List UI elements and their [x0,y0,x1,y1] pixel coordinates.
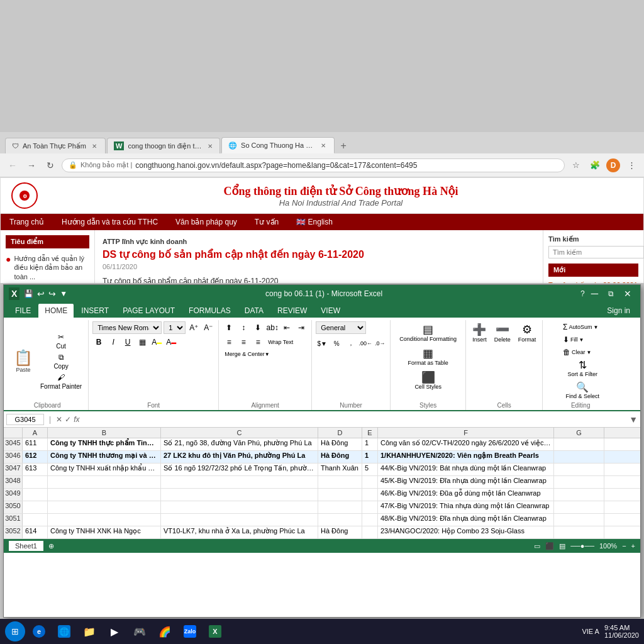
cell-b3046[interactable]: Công ty TNHH thương mại và đầu tư Khánh … [48,451,161,463]
align-middle-button[interactable]: ↕ [237,321,250,334]
profile-button[interactable]: D [606,158,620,172]
cell-f3045[interactable]: Công văn số 02/CV-TH/2020 ngày 26/6/2020… [378,438,554,450]
cell-b3045[interactable]: Công ty TNHH thực phẩm Tinh Hoa [48,438,161,450]
decrease-decimal-button[interactable]: .0→ [374,337,386,350]
number-format-select[interactable]: General [316,321,366,334]
format-as-table-button[interactable]: ▦ Format as Table [405,345,450,368]
cell-e3046[interactable]: 1 [362,451,378,463]
cut-button[interactable]: ✂ Cut [38,331,84,351]
extensions-button[interactable]: 🧩 [587,158,602,173]
back-button[interactable]: ← [5,158,20,173]
nav-huong-dan[interactable]: Hướng dẫn và tra cứu TTHC [53,214,167,230]
sidebar-item-1[interactable]: ● Hướng dẫn về quản lý điều kiện đảm bảo… [6,252,89,283]
cell-b3051[interactable] [48,514,161,526]
nav-tu-van[interactable]: Tư vấn [246,214,287,230]
menu-button[interactable]: ⋮ [624,158,639,173]
cell-c3045[interactable]: Số 21, ngõ 38, đường Văn Phú, phường Phú… [161,438,318,450]
cell-d3050[interactable] [318,501,362,513]
increase-decimal-button[interactable]: .00← [359,337,372,350]
format-painter-button[interactable]: 🖌 Format Painter [38,372,84,391]
font-name-select[interactable]: Times New Roma [92,321,162,334]
cell-f3052[interactable]: 23/HANGOC/2020: Hộp Combo 23 Soju-Glass [378,526,554,538]
taskbar-zalo[interactable]: Zalo [179,621,201,641]
format-button[interactable]: ⚙ Format [516,321,539,344]
nav-english[interactable]: 🇬🇧 English [287,214,341,230]
cell-c3049[interactable] [161,489,318,501]
find-select-button[interactable]: 🔍 Find & Select [563,380,602,401]
redo-button[interactable]: ↪ [48,289,56,299]
cell-g3046[interactable] [554,451,604,463]
col-header-e[interactable]: E [362,428,378,438]
cell-d3049[interactable] [318,489,362,501]
cell-g3047[interactable] [554,464,604,475]
bookmark-button[interactable]: ☆ [569,158,584,173]
cell-d3047[interactable]: Thanh Xuân [318,464,362,475]
cell-a3050[interactable] [23,501,48,513]
font-size-select[interactable]: 13 [164,321,186,334]
clear-dropdown-icon[interactable]: ▼ [587,350,592,355]
fill-button[interactable]: ⬇ Fill ▼ [560,334,586,345]
underline-button[interactable]: U [121,336,134,348]
excel-restore[interactable]: ⧉ [604,289,618,298]
col-header-d[interactable]: D [318,428,362,438]
insert-button[interactable]: ➕ Insert [470,321,489,344]
taskbar-chrome[interactable]: 🌈 [153,621,176,641]
zoom-slider[interactable]: ──●── [570,542,594,550]
excel-help[interactable]: ? [580,289,585,298]
cell-b3049[interactable] [48,489,161,501]
cell-a3047[interactable]: 613 [23,464,48,475]
tab-2-close[interactable]: ✕ [207,142,213,150]
browser-tab-2[interactable]: W cong thoogn tin điện tử sở công... ✕ [107,138,220,153]
align-bottom-button[interactable]: ⬇ [252,321,264,334]
tab-page-layout[interactable]: PAGE LAYOUT [116,304,181,318]
refresh-button[interactable]: ↻ [43,158,58,173]
cell-c3048[interactable] [161,476,318,488]
cell-d3048[interactable] [318,476,362,488]
taskbar-media[interactable]: ▶ [103,621,126,641]
cell-a3051[interactable] [23,514,48,526]
fill-dropdown-icon[interactable]: ▼ [579,337,584,343]
increase-font-button[interactable]: A⁺ [187,321,200,334]
forward-button[interactable]: → [24,158,39,173]
cancel-formula-icon[interactable]: ✕ [56,415,62,424]
cell-f3049[interactable]: 46/K-Big VN/2019: Đũa gỗ dùng một lần Cl… [378,489,554,501]
col-header-g[interactable]: G [554,428,604,438]
cell-g3045[interactable] [554,438,604,450]
cell-a3049[interactable] [23,489,48,501]
cell-a3048[interactable] [23,476,48,488]
cell-a3045[interactable]: 611 [23,438,48,450]
cell-f3051[interactable]: 48/K-Big VN/2019: Đĩa nhựa dùng một lần … [378,514,554,526]
cell-a3052[interactable]: 614 [23,526,48,538]
cell-d3052[interactable]: Hà Đông [318,526,362,538]
col-header-f[interactable]: F [378,428,554,438]
tab-3-close[interactable]: ✕ [319,141,328,150]
excel-close[interactable]: ✕ [620,289,635,299]
cell-f3046[interactable]: 1/KHANHHUYEN/2020: Viên ngậm Breath Pear… [378,451,554,463]
cell-f3050[interactable]: 47/K-Big VN/2019: Thìa nhựa dùng một lần… [378,501,554,513]
bold-button[interactable]: B [92,336,105,348]
cell-c3051[interactable] [161,514,318,526]
decrease-font-button[interactable]: A⁻ [202,321,214,334]
cell-g3052[interactable] [554,526,604,538]
formula-input[interactable] [82,414,626,425]
cell-styles-button[interactable]: ⬛ Cell Styles [412,369,444,392]
cell-g3050[interactable] [554,501,604,513]
align-center-button[interactable]: ≡ [237,336,250,348]
expand-formula-bar-icon[interactable]: ▼ [629,414,638,425]
conditional-formatting-button[interactable]: ▤ Conditional Formatting [397,321,459,344]
add-sheet-button[interactable]: ⊕ [48,542,54,550]
tab-insert[interactable]: INSERT [75,304,115,318]
sheet-tab[interactable]: Sheet1 [9,541,43,551]
align-right-button[interactable]: ≡ [252,336,264,348]
zoom-out-button[interactable]: − [622,542,626,550]
confirm-formula-icon[interactable]: ✓ [65,415,71,424]
cell-d3051[interactable] [318,514,362,526]
search-input[interactable] [548,246,644,258]
tab-file[interactable]: FILE [9,304,37,318]
indent-increase-button[interactable]: ⇥ [295,321,308,334]
col-header-c[interactable]: C [161,428,318,438]
sort-filter-button[interactable]: ⇅ Sort & Filter [563,358,602,379]
cell-c3050[interactable] [161,501,318,513]
clear-button[interactable]: 🗑 Clear ▼ [560,347,594,358]
wrap-text-button[interactable]: Wrap Text [266,338,295,346]
